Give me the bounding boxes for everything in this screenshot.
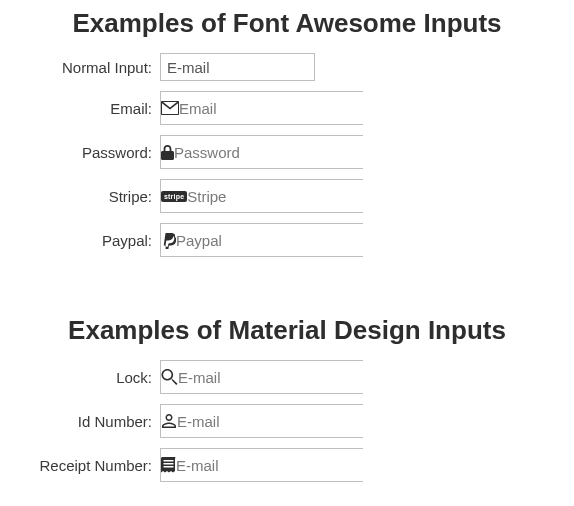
id-number-field-wrap [160, 404, 363, 438]
id-number-input[interactable] [177, 405, 367, 437]
receipt-input[interactable] [176, 449, 366, 481]
search-icon [161, 369, 178, 386]
lock-input[interactable] [178, 361, 368, 393]
stripe-icon: stripe [161, 191, 187, 202]
password-input[interactable] [174, 136, 364, 168]
label-id-number: Id Number: [10, 413, 160, 430]
row-paypal: Paypal: [10, 223, 564, 257]
label-receipt: Receipt Number: [10, 457, 160, 474]
password-field-wrap [160, 135, 363, 169]
lock-icon [161, 145, 174, 160]
receipt-field-wrap [160, 448, 363, 482]
lock-field-wrap [160, 360, 363, 394]
receipt-icon [161, 457, 176, 474]
stripe-input[interactable] [187, 180, 377, 212]
section-heading-md: Examples of Material Design Inputs [10, 315, 564, 346]
stripe-field-wrap: stripe [160, 179, 363, 213]
person-icon [161, 413, 177, 429]
label-paypal: Paypal: [10, 232, 160, 249]
label-password: Password: [10, 144, 160, 161]
email-input[interactable] [179, 92, 369, 124]
row-password: Password: [10, 135, 564, 169]
email-field-wrap [160, 91, 363, 125]
label-stripe: Stripe: [10, 188, 160, 205]
paypal-field-wrap [160, 223, 363, 257]
paypal-input[interactable] [176, 224, 366, 256]
paypal-icon [161, 232, 176, 249]
row-receipt: Receipt Number: [10, 448, 564, 482]
label-email: Email: [10, 100, 160, 117]
normal-input[interactable] [160, 53, 315, 81]
label-lock: Lock: [10, 369, 160, 386]
row-stripe: Stripe: stripe [10, 179, 564, 213]
row-id-number: Id Number: [10, 404, 564, 438]
row-normal-input: Normal Input: [10, 53, 564, 81]
label-normal-input: Normal Input: [10, 59, 160, 76]
envelope-icon [161, 101, 179, 115]
row-lock: Lock: [10, 360, 564, 394]
section-heading-fa: Examples of Font Awesome Inputs [10, 8, 564, 39]
row-email: Email: [10, 91, 564, 125]
